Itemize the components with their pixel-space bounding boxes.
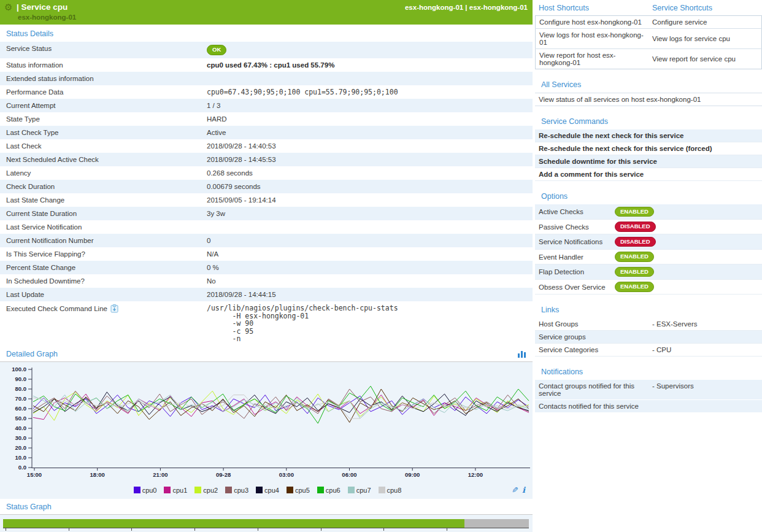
- service-command-link[interactable]: Schedule downtime for this service: [535, 155, 762, 168]
- legend-swatch: [348, 487, 355, 493]
- option-state-badge[interactable]: DISABLED: [615, 237, 656, 247]
- legend-item-cpu0: cpu0: [134, 487, 157, 494]
- option-label: Active Checks: [535, 204, 615, 219]
- table-row: Check Duration0.00679 seconds: [0, 180, 533, 193]
- svg-text:90.0: 90.0: [15, 376, 27, 382]
- legend-swatch: [287, 487, 293, 493]
- option-state-badge[interactable]: ENABLED: [615, 267, 654, 277]
- svg-text:0.0: 0.0: [18, 464, 26, 471]
- row-label: In Scheduled Downtime?: [0, 274, 207, 288]
- row-label: Current Attempt: [0, 99, 207, 112]
- links-list: Host Groups- ESX-ServersService groupsSe…: [535, 318, 762, 357]
- info-icon[interactable]: i: [522, 485, 525, 495]
- svg-text:20.0: 20.0: [15, 444, 27, 451]
- svg-text:70.0: 70.0: [15, 395, 27, 402]
- option-label: Passive Checks: [535, 220, 615, 234]
- row-label: Contacts notified for this service: [535, 400, 648, 412]
- host-shortcut-link[interactable]: Configure host esx-hongkong-01: [536, 16, 649, 29]
- row-label: Service Categories: [535, 344, 648, 356]
- bar-chart-icon[interactable]: [517, 350, 526, 358]
- legend-label: cpu7: [356, 487, 371, 494]
- table-row: Host Groups- ESX-Servers: [535, 318, 762, 331]
- legend-swatch: [164, 487, 171, 493]
- legend-label: cpu8: [387, 487, 402, 494]
- status-timeline-bar[interactable]: [3, 519, 529, 528]
- row-label: State Type: [0, 112, 207, 126]
- option-state-badge[interactable]: DISABLED: [615, 222, 656, 232]
- row-value: 0.00679 seconds: [207, 180, 533, 193]
- table-row: Status informationcpu0 used 67.43% : cpu…: [0, 58, 533, 72]
- chart-legend: cpu0cpu1cpu2cpu3cpu4cpu5cpu6cpu7cpu8✎i: [2, 485, 533, 498]
- option-state-badge[interactable]: ENABLED: [615, 207, 654, 217]
- svg-text:09:00: 09:00: [405, 471, 420, 478]
- svg-text:03:00: 03:00: [279, 471, 294, 478]
- command-label[interactable]: Re-schedule the next check for this serv…: [535, 142, 715, 155]
- legend-label: cpu4: [264, 487, 279, 494]
- table-row: Configure host esx-hongkong-01Configure …: [536, 16, 762, 29]
- side-panel: Host Shortcuts Service Shortcuts Configu…: [535, 0, 762, 413]
- pencil-icon[interactable]: ✎: [512, 485, 518, 495]
- table-row: Contact groups notified for this service…: [535, 380, 762, 400]
- status-segment-ok: [3, 519, 464, 528]
- notification-value[interactable]: - Supervisors: [648, 380, 762, 399]
- status-graph-title: Status Graph: [6, 503, 52, 511]
- service-command-link[interactable]: Re-schedule the next check for this serv…: [535, 129, 762, 142]
- status-graph-panel[interactable]: 15:0018:0021:0009-2803:0006:0009:0012:00: [0, 515, 533, 532]
- row-label: Performance Data: [0, 85, 207, 99]
- row-value: No: [207, 274, 533, 288]
- svg-text:30.0: 30.0: [15, 434, 27, 441]
- row-label: Last Check: [0, 139, 207, 153]
- svg-text:12:00: 12:00: [468, 471, 483, 478]
- command-label[interactable]: Add a comment for this service: [535, 168, 647, 180]
- table-row: Current Attempt1 / 3: [0, 99, 533, 112]
- table-row: Service groups: [535, 331, 762, 344]
- option-row: Passive ChecksDISABLED: [535, 220, 762, 235]
- table-row: Is This Service Flapping?N/A: [0, 247, 533, 261]
- row-value: 2018/09/28 - 14:44:15: [207, 288, 533, 301]
- svg-text:50.0: 50.0: [15, 415, 27, 422]
- row-value: [207, 72, 533, 85]
- service-command-link[interactable]: Add a comment for this service: [535, 168, 762, 181]
- service-shortcut-link[interactable]: Configure service: [648, 16, 762, 29]
- detailed-graph-chart[interactable]: 100.090.080.070.060.050.040.030.020.010.…: [2, 364, 530, 482]
- legend-item-cpu8: cpu8: [379, 487, 402, 494]
- table-row: View logs for host esx-hongkong-01View l…: [536, 29, 762, 49]
- option-state-badge[interactable]: ENABLED: [615, 282, 654, 292]
- svg-text:10.0: 10.0: [15, 454, 27, 461]
- legend-item-cpu5: cpu5: [287, 487, 310, 494]
- host-shortcut-link[interactable]: View logs for host esx-hongkong-01: [536, 29, 649, 49]
- option-row: Flap DetectionENABLED: [535, 264, 762, 280]
- detailed-graph-panel[interactable]: 100.090.080.070.060.050.040.030.020.010.…: [0, 362, 533, 499]
- option-row: Active ChecksENABLED: [535, 204, 762, 220]
- command-label[interactable]: Re-schedule the next check for this serv…: [535, 129, 687, 142]
- table-row: Service Categories- CPU: [535, 344, 762, 357]
- host-shortcut-link[interactable]: View report for host esx-hongkong-01: [536, 49, 649, 69]
- row-value: 2018/09/28 - 14:45:53: [207, 153, 533, 166]
- all-services-link[interactable]: View status of all services on host esx-…: [535, 93, 762, 106]
- service-shortcut-link[interactable]: View logs for service cpu: [648, 29, 762, 49]
- table-row: Latency0.268 seconds: [0, 166, 533, 180]
- table-row: Extended status information: [0, 72, 533, 85]
- service-command-link[interactable]: Re-schedule the next check for this serv…: [535, 142, 762, 155]
- svg-text:09-28: 09-28: [216, 471, 231, 478]
- row-value: 3y 3w: [207, 207, 533, 220]
- link-value[interactable]: - ESX-Servers: [648, 318, 762, 330]
- table-row: State TypeHARD: [0, 112, 533, 126]
- shortcuts-table: Configure host esx-hongkong-01Configure …: [535, 15, 762, 69]
- notification-value: [648, 400, 762, 412]
- header-host-breadcrumb[interactable]: esx-hongkong-01 | esx-hongkong-01: [405, 4, 528, 11]
- row-value: 0 %: [207, 261, 533, 274]
- command-label[interactable]: Schedule downtime for this service: [535, 155, 661, 168]
- row-value: HARD: [207, 112, 533, 126]
- detailed-graph-title: Detailed Graph: [6, 350, 58, 358]
- row-label: Is This Service Flapping?: [0, 247, 207, 261]
- option-state-badge[interactable]: ENABLED: [615, 252, 654, 262]
- row-label: Extended status information: [0, 72, 207, 85]
- clipboard-copy-icon[interactable]: [110, 304, 118, 314]
- svg-text:15:00: 15:00: [27, 471, 42, 478]
- svg-text:06:00: 06:00: [342, 471, 356, 478]
- notifications-list: Contact groups notified for this service…: [535, 380, 762, 413]
- service-shortcut-link[interactable]: View report for service cpu: [648, 49, 762, 69]
- link-value[interactable]: - CPU: [648, 344, 762, 356]
- gear-icon[interactable]: ⚙: [4, 2, 12, 12]
